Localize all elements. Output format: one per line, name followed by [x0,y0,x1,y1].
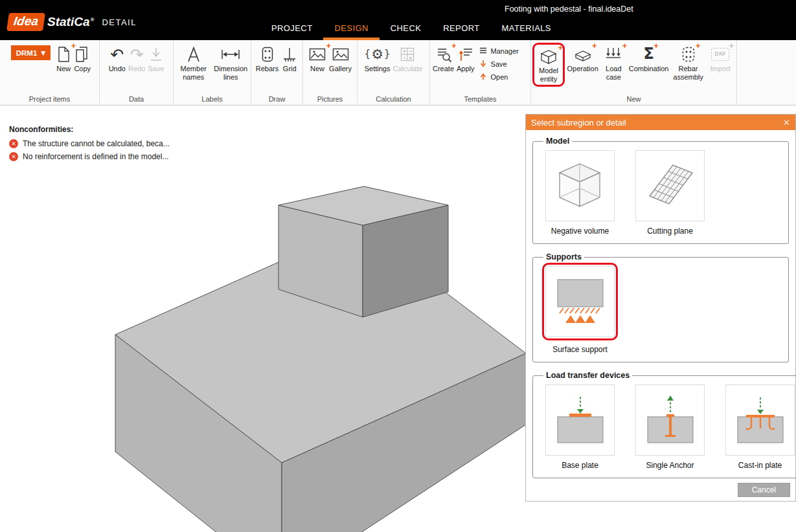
cast-in-plate-icon [732,393,789,447]
calculator-icon [399,44,416,65]
gear-icon: {⚙} [365,44,391,65]
template-save-button[interactable]: Save [479,59,519,69]
plus-icon: + [622,41,628,51]
group-label-project-items: Project items [0,95,99,103]
nonconformities-title: Nonconformities: [9,125,170,134]
idea-logo: Idea [6,13,45,31]
new-project-item-button[interactable]: + New [56,44,71,73]
plus-icon: + [558,43,563,53]
group-label-labels: Labels [174,95,251,103]
settings-button[interactable]: {⚙} Settings [365,44,391,73]
ribbon-group-new: + Model entity + Operation + Load case [531,40,737,105]
tab-check[interactable]: CHECK [380,17,433,40]
project-item-selector[interactable]: DRM1 ▼ [11,45,51,60]
supports-group-legend: Supports [543,252,584,261]
supports-group: Supports [532,252,789,362]
combination-button[interactable]: Σ + Combination [628,44,670,73]
rebars-button[interactable]: Rebars [256,44,279,73]
calculate-button[interactable]: Calculate [393,44,423,73]
single-anchor-option[interactable]: Single Anchor [632,384,708,470]
ribbon-group-pictures: + New Gallery Pictures [303,40,358,105]
cutting-plane-option[interactable]: Cutting plane [632,150,708,236]
group-label-pictures: Pictures [303,95,357,103]
module-name: DETAIL [102,17,137,27]
apply-template-button[interactable]: Apply [457,44,475,73]
save-button[interactable]: Save [148,44,164,73]
new-document-icon: + [56,44,71,65]
close-icon[interactable]: ✕ [783,118,790,127]
dxf-import-button[interactable]: DXF + Import [707,44,734,73]
grid-button[interactable]: Grid [281,44,298,73]
title-bar: Footing with pedestal - final.ideaDet Id… [0,0,796,40]
download-arrow-icon [479,60,488,69]
ribbon-group-templates: + Create Apply Manager [430,40,531,105]
single-anchor-icon [642,393,699,447]
app-logo: Idea StatiCa® DETAIL [8,13,137,31]
grid-icon [281,44,298,65]
model-entity-highlight: + Model entity [532,43,565,87]
dialog-title: Select subregion or detail [531,118,626,127]
ribbon-group-data: ↶ Undo ↷ Redo Save Data [100,40,174,105]
load-transfer-group-legend: Load transfer devices [543,371,632,380]
undo-button[interactable]: ↶ Undo [109,44,126,73]
undo-icon: ↶ [110,44,124,65]
stirrup-icon [260,44,275,65]
sigma-icon: Σ + [643,44,654,65]
base-plate-option[interactable]: Base plate [542,384,618,470]
manager-list-icon [479,47,488,56]
statica-logo: StatiCa® [47,15,94,29]
tab-report[interactable]: REPORT [432,17,490,40]
template-apply-icon [457,44,474,65]
registered-mark: ® [91,17,95,23]
load-case-button[interactable]: + Load case [602,44,625,81]
dimension-lines-button[interactable]: Dimension lines [214,44,249,81]
surface-support-highlight [542,263,618,340]
template-small-actions: Manager Save Open [479,46,519,82]
operation-button[interactable]: + Operation [566,44,599,73]
error-cross-icon: ✕ [9,139,18,148]
plus-icon: + [592,41,597,51]
copy-icon [74,44,91,65]
cancel-button[interactable]: Cancel [738,483,790,497]
template-manager-button[interactable]: Manager [479,46,519,56]
dimension-arrows-icon [220,44,241,65]
load-transfer-group: Load transfer devices Base plate [532,371,796,478]
document-title: Footing with pedestal - final.ideaDet [505,5,633,14]
plus-icon: + [326,41,331,51]
ribbon-group-labels: Member names Dimension lines Labels [174,40,251,105]
rebar-assembly-button[interactable]: + Rebar assembly [672,44,704,81]
create-template-button[interactable]: + Create [433,44,454,73]
gallery-icon [332,44,350,65]
redo-button[interactable]: ↷ Redo [128,44,145,73]
group-label-draw: Draw [251,95,302,103]
model-entity-button[interactable]: + Model entity [536,46,561,83]
model-entity-box-icon: + [539,46,558,67]
redo-icon: ↷ [130,44,144,65]
negative-volume-icon [552,157,609,214]
save-icon [148,44,164,65]
surface-support-option[interactable]: Surface support [542,266,618,354]
cutting-plane-label: Cutting plane [647,227,693,236]
tab-design[interactable]: DESIGN [323,17,379,40]
negative-volume-option[interactable]: Negative volume [542,150,618,236]
upload-arrow-icon [479,72,488,82]
ribbon-group-project-items: DRM1 ▼ + New Copy Project items [0,40,100,105]
new-picture-button[interactable]: + New [308,44,326,73]
operation-box-icon: + [573,44,593,65]
select-subregion-dialog: Select subregion or detail ✕ Model Negat… [525,114,796,502]
copy-project-item-button[interactable]: Copy [74,44,91,73]
template-open-button[interactable]: Open [479,72,519,82]
cast-in-plate-option[interactable]: Cast-in plate [722,384,796,470]
dxf-file-icon: DXF + [711,44,729,65]
ribbon: DRM1 ▼ + New Copy Project items ↶ [0,40,796,105]
member-names-button[interactable]: Member names [176,44,211,81]
tab-project[interactable]: PROJECT [260,17,323,40]
group-label-calculation: Calculation [358,95,429,103]
template-search-icon: + [435,44,452,65]
surface-support-icon [552,275,609,328]
gallery-button[interactable]: Gallery [329,44,352,73]
cast-in-plate-label: Cast-in plate [738,461,782,470]
tab-materials[interactable]: MATERIALS [491,17,562,40]
negative-volume-label: Negative volume [551,227,609,236]
cutting-plane-icon [641,159,700,213]
